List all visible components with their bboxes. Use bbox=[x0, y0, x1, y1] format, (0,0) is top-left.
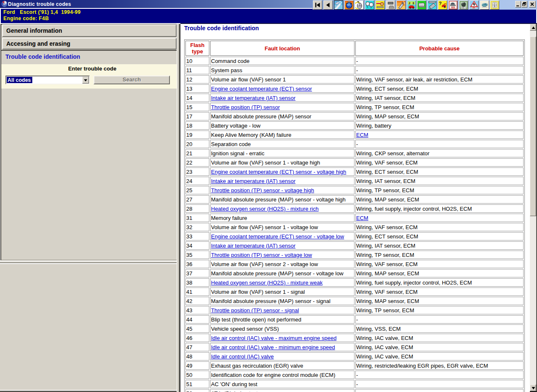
svg-text:?: ? bbox=[439, 1, 442, 6]
svg-text:3: 3 bbox=[412, 1, 414, 5]
svg-text:2: 2 bbox=[409, 1, 410, 5]
svg-text:c: c bbox=[444, 6, 445, 8]
svg-text:IVS: IVS bbox=[462, 7, 464, 9]
svg-text:GAS: GAS bbox=[452, 7, 455, 8]
svg-text:ABS: ABS bbox=[472, 7, 476, 9]
